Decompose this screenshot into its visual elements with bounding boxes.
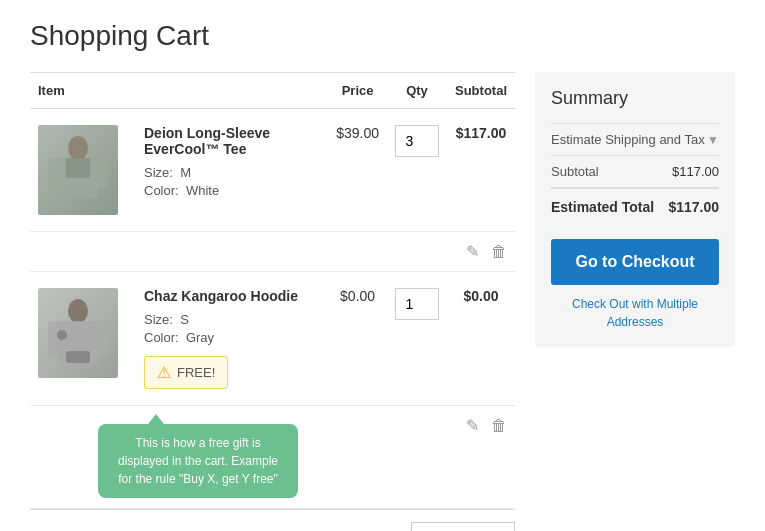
svg-point-5	[68, 299, 88, 323]
shipping-label: Estimate Shipping and Tax	[551, 132, 705, 147]
item-name: Deion Long-Sleeve EverCool™ Tee	[144, 125, 320, 157]
item-color-2: Color: Gray	[144, 330, 320, 345]
trash-icon-2[interactable]: 🗑	[491, 417, 507, 434]
shipping-estimate-row[interactable]: Estimate Shipping and Tax ▼	[551, 123, 719, 155]
item-actions-row: ✎ 🗑	[30, 232, 515, 272]
col-qty: Qty	[387, 73, 447, 109]
multi-checkout-line2: Addresses	[607, 315, 664, 329]
free-label: FREE!	[177, 365, 215, 380]
svg-rect-8	[94, 321, 108, 356]
total-value: $117.00	[668, 199, 719, 215]
multi-checkout-line1: Check Out with Multiple	[572, 297, 698, 311]
chevron-down-icon: ▼	[707, 133, 719, 147]
table-row: Deion Long-Sleeve EverCool™ Tee Size: M …	[30, 109, 515, 232]
update-cart-button[interactable]: Update Cart	[411, 522, 515, 531]
total-label: Estimated Total	[551, 199, 654, 215]
cart-table: Item Price Qty Subtotal	[30, 72, 515, 509]
summary-box: Summary Estimate Shipping and Tax ▼ Subt…	[535, 72, 735, 347]
free-badge: ⚠ FREE!	[144, 356, 228, 389]
subtotal-label: Subtotal	[551, 164, 599, 179]
item-size-2: Size: S	[144, 312, 320, 327]
product-image-2	[38, 288, 118, 378]
item-details: Deion Long-Sleeve EverCool™ Tee Size: M …	[134, 125, 320, 198]
svg-rect-2	[48, 158, 62, 188]
item-details-cell-2: Chaz Kangaroo Hoodie Size: S Color: Gray…	[126, 272, 328, 406]
col-subtotal: Subtotal	[447, 73, 515, 109]
summary-title: Summary	[551, 88, 719, 109]
item-actions-cell-2: ✎ 🗑	[387, 406, 515, 509]
item-name-2: Chaz Kangaroo Hoodie	[144, 288, 320, 304]
main-layout: Item Price Qty Subtotal	[30, 72, 735, 531]
subtotal-value: $117.00	[672, 164, 719, 179]
item-price-2: $0.00	[328, 272, 387, 406]
update-cart-row: Update Cart	[30, 509, 515, 531]
item-image-cell	[30, 109, 126, 232]
item-size: Size: M	[144, 165, 320, 180]
product-image	[38, 125, 118, 215]
col-price: Price	[328, 73, 387, 109]
tooltip-cell: This is how a free gift is displayed in …	[30, 406, 387, 509]
total-row: Estimated Total $117.00	[551, 187, 719, 225]
item-color: Color: White	[144, 183, 320, 198]
subtotal-row: Subtotal $117.00	[551, 155, 719, 187]
item-qty-input-2[interactable]	[395, 288, 439, 320]
tooltip-row: This is how a free gift is displayed in …	[30, 406, 515, 509]
svg-rect-3	[94, 158, 108, 188]
page-title: Shopping Cart	[30, 20, 735, 52]
item-image-cell-2	[30, 272, 126, 406]
item-subtotal: $117.00	[447, 109, 515, 232]
item-qty-input[interactable]	[395, 125, 439, 157]
item-subtotal-2: $0.00	[447, 272, 515, 406]
item-price: $39.00	[328, 109, 387, 232]
item-qty-cell-2	[387, 272, 447, 406]
item-details-2: Chaz Kangaroo Hoodie Size: S Color: Gray…	[134, 288, 320, 389]
item-qty-cell	[387, 109, 447, 232]
edit-icon[interactable]: ✎	[466, 243, 479, 260]
trash-icon[interactable]: 🗑	[491, 243, 507, 260]
svg-point-0	[68, 136, 88, 160]
free-gift-tooltip: This is how a free gift is displayed in …	[98, 424, 298, 498]
item-actions-cell: ✎ 🗑	[30, 232, 515, 272]
summary-section: Summary Estimate Shipping and Tax ▼ Subt…	[535, 72, 735, 531]
item-details-cell: Deion Long-Sleeve EverCool™ Tee Size: M …	[126, 109, 328, 232]
checkout-button[interactable]: Go to Checkout	[551, 239, 719, 285]
cart-section: Item Price Qty Subtotal	[30, 72, 515, 531]
table-row: Chaz Kangaroo Hoodie Size: S Color: Gray…	[30, 272, 515, 406]
col-item: Item	[30, 73, 328, 109]
svg-rect-4	[66, 158, 90, 178]
multi-checkout-link[interactable]: Check Out with Multiple Addresses	[551, 295, 719, 331]
warning-icon: ⚠	[157, 363, 171, 382]
edit-icon-2[interactable]: ✎	[466, 417, 479, 434]
svg-rect-9	[66, 351, 90, 363]
svg-point-10	[57, 330, 67, 340]
